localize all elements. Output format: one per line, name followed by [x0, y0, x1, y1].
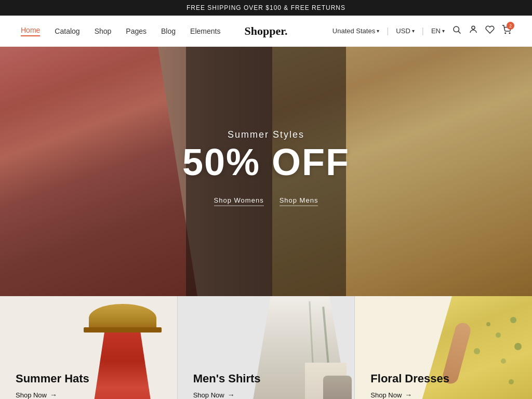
- shop-mens-button[interactable]: Shop Mens: [280, 196, 318, 206]
- svg-point-2: [472, 26, 475, 29]
- wishlist-icon: [485, 25, 495, 34]
- top-banner: FREE SHIPPING OVER $100 & FREE RETURNS: [0, 0, 532, 16]
- hero-buttons: Shop Womens Shop Mens: [182, 196, 350, 206]
- category-dresses-title: Floral Dresses: [370, 372, 449, 385]
- category-dresses-text: Floral Dresses Shop Now →: [370, 372, 449, 399]
- nav-elements[interactable]: Elements: [190, 27, 220, 35]
- shop-now-shirts-label: Shop Now: [193, 391, 224, 399]
- svg-line-1: [458, 31, 460, 33]
- dresses-arrow: →: [405, 391, 412, 399]
- divider-2: |: [422, 26, 424, 36]
- divider-1: |: [387, 26, 389, 36]
- categories-section: Summer Hats Shop Now → Men's Shirts Shop…: [0, 296, 532, 399]
- hats-arrow: →: [50, 391, 57, 399]
- nav-catalog[interactable]: Catalog: [55, 27, 79, 35]
- shop-now-hats-label: Shop Now: [16, 391, 47, 399]
- currency-selector[interactable]: USD ▾: [396, 27, 414, 35]
- currency-chevron: ▾: [412, 28, 415, 34]
- category-mens-shirts: Men's Shirts Shop Now →: [177, 296, 355, 399]
- language-chevron: ▾: [442, 28, 445, 34]
- region-chevron: ▾: [377, 28, 379, 34]
- svg-point-4: [509, 33, 510, 34]
- category-shirts-text: Men's Shirts Shop Now →: [193, 372, 261, 399]
- region-selector[interactable]: Unated States ▾: [332, 27, 379, 35]
- search-icon: [452, 25, 461, 34]
- hero-subtitle: Summer Styles: [182, 129, 350, 140]
- hero-content: Summer Styles 50% OFF Shop Womens Shop M…: [182, 129, 350, 206]
- category-summer-hats: Summer Hats Shop Now →: [0, 296, 177, 399]
- search-button[interactable]: [452, 25, 461, 37]
- category-hats-text: Summer Hats Shop Now →: [16, 372, 89, 399]
- nav-shop[interactable]: Shop: [95, 27, 112, 35]
- shirts-arrow: →: [228, 391, 235, 399]
- wishlist-button[interactable]: [485, 25, 495, 37]
- cart-count: 2: [507, 22, 514, 30]
- svg-point-0: [454, 26, 459, 32]
- language-label: EN: [431, 27, 441, 35]
- cart-button[interactable]: 2: [502, 25, 511, 37]
- account-button[interactable]: [469, 25, 478, 37]
- account-icon: [469, 25, 478, 34]
- shop-now-dresses-label: Shop Now: [370, 391, 402, 399]
- nav-blog[interactable]: Blog: [161, 27, 176, 35]
- banner-text: FREE SHIPPING OVER $100 & FREE RETURNS: [187, 4, 345, 11]
- region-label: Unated States: [332, 27, 375, 35]
- shop-now-shirts[interactable]: Shop Now →: [193, 391, 261, 399]
- svg-point-3: [505, 33, 506, 34]
- category-hats-title: Summer Hats: [16, 372, 89, 385]
- hero-section: Summer Styles 50% OFF Shop Womens Shop M…: [0, 47, 532, 296]
- language-selector[interactable]: EN ▾: [431, 27, 445, 35]
- shop-now-hats[interactable]: Shop Now →: [16, 391, 89, 399]
- category-floral-dresses: Floral Dresses Shop Now →: [355, 296, 532, 399]
- category-shirts-person: [245, 296, 354, 399]
- nav-pages[interactable]: Pages: [126, 27, 147, 35]
- hero-title: 50% OFF: [182, 143, 350, 181]
- shop-now-dresses[interactable]: Shop Now →: [370, 391, 449, 399]
- nav-home[interactable]: Home: [21, 26, 40, 36]
- site-logo[interactable]: Shopper.: [245, 24, 288, 38]
- shop-womens-button[interactable]: Shop Womens: [214, 196, 264, 206]
- header: Home Catalog Shop Pages Blog Elements Sh…: [0, 16, 532, 47]
- main-nav: Home Catalog Shop Pages Blog Elements: [21, 26, 220, 36]
- category-shirts-title: Men's Shirts: [193, 372, 261, 385]
- header-actions: Unated States ▾ | USD ▾ | EN ▾: [332, 25, 511, 37]
- currency-label: USD: [396, 27, 410, 35]
